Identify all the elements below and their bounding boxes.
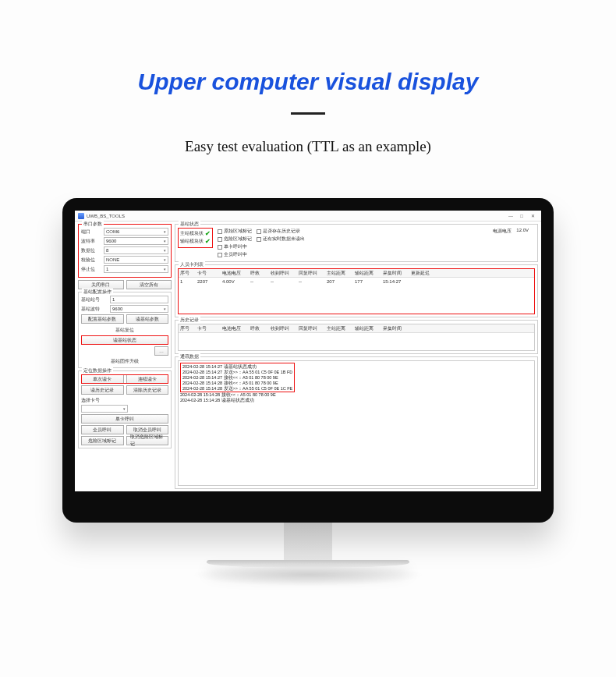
- firmware-group-label: 基站固件升级: [81, 358, 168, 365]
- log-line: 2024-02-28 15:14:28 接收<<：A5 01 80 78 00 …: [182, 381, 292, 386]
- station-id-input[interactable]: 1: [110, 296, 168, 303]
- select-card-label: 选择卡号: [81, 397, 168, 404]
- log-line: 2024-02-28 15:14:28 发送>>：AA 55 01 C5 0F …: [182, 386, 292, 392]
- parity-select[interactable]: NONE: [104, 256, 168, 264]
- status-checks-col2: 是否存在历史记录 还有实时数据未读出: [257, 228, 305, 243]
- station-status-group: 基站状态 主站模块状 ✔ 辅站模块状 ✔: [175, 224, 538, 262]
- log-line: 2024-02-28 15:14:27 发送>>：AA 55 01 C5 0F …: [182, 370, 292, 375]
- single-call-button[interactable]: 单卡呼叫: [81, 414, 168, 424]
- log-line: 2024-02-28 15:14:27 接收<<：A5 01 80 78 00 …: [182, 375, 292, 381]
- status-indicators: 主站模块状 ✔ 辅站模块状 ✔: [178, 228, 213, 248]
- serial-group-title: 串口参数: [82, 221, 104, 228]
- serial-params-group: 串口参数 端口 COM6 波特率 9600 数据位 8: [78, 224, 172, 278]
- read-station-status-button[interactable]: 读基站状态: [81, 335, 168, 345]
- checkbox-icon[interactable]: [218, 253, 222, 257]
- monitor-stand-neck: [284, 523, 332, 560]
- comm-log-area[interactable]: 2024-02-28 15:14:27 读基站状态成功 2024-02-28 1…: [178, 360, 535, 486]
- port-label: 端口: [81, 229, 101, 236]
- title-divider: [291, 112, 325, 115]
- check-icon: ✔: [205, 230, 211, 237]
- status-checks-col1: 原始区域标记 危险区域标记 单卡呼叫中 全员呼叫中: [218, 228, 252, 259]
- page-title: Upper computer visual display: [0, 69, 616, 95]
- clear-all-button[interactable]: 清空所有: [126, 280, 172, 289]
- databits-label: 数据位: [81, 247, 101, 254]
- locate-group-title: 定位数据操作: [82, 367, 113, 374]
- clear-history-button[interactable]: 清除历史记录: [126, 385, 169, 395]
- danger-mark-button[interactable]: 危险区域标记: [81, 436, 124, 445]
- check-icon: ✔: [205, 238, 211, 245]
- chk-danger-area: 危险区域标记: [224, 236, 252, 243]
- chk-all-call: 全员呼叫中: [224, 251, 247, 258]
- config-group-title: 基站配置操作: [82, 289, 113, 296]
- locate-ops-group: 定位数据操作 单次读卡 连续读卡 读历史记录 清除历史记录 选择卡号 单卡呼叫: [78, 370, 172, 448]
- card-list-title: 人员卡列表: [179, 261, 205, 268]
- station-baud-select[interactable]: 9600: [110, 305, 168, 313]
- left-panel: 串口参数 端口 COM6 波特率 9600 数据位 8: [75, 222, 175, 491]
- comm-log-group: 通讯数据 2024-02-28 15:14:27 读基站状态成功 2024-02…: [175, 356, 538, 489]
- station-status-title: 基站状态: [179, 221, 200, 228]
- chk-unread-realtime: 还有实时数据未读出: [263, 236, 305, 243]
- app-icon: [78, 213, 84, 219]
- history-list-title: 历史记录: [179, 317, 200, 324]
- history-body: [179, 333, 534, 350]
- history-table: 序号 卡号 电池电压 呼救 收到呼叫 回复呼叫 主站距离 辅站距离 采集时间: [178, 324, 535, 351]
- window-title: UWB_BS_TOOLS: [87, 214, 125, 218]
- single-read-button[interactable]: 单次读卡: [81, 374, 124, 384]
- chk-single-call: 单卡呼叫中: [224, 243, 247, 250]
- card-list-header: 序号 卡号 电池电压 呼救 收到呼叫 回复呼叫 主站距离 辅站距离 采集时间 更…: [179, 269, 534, 278]
- checkbox-icon[interactable]: [218, 237, 222, 242]
- page-subtitle: Easy test evaluation (TTL as an example): [0, 138, 616, 155]
- read-station-params-button[interactable]: 读基站参数: [126, 314, 169, 324]
- voltage-display: 电源电压 12.0V: [493, 228, 535, 235]
- continuous-read-button[interactable]: 连续读卡: [126, 374, 169, 384]
- chk-has-history: 是否存在历史记录: [263, 228, 300, 235]
- stopbits-label: 停止位: [81, 266, 101, 273]
- monitor-bezel: UWB_BS_TOOLS — □ ✕ 串口参数 端口 COM6: [62, 198, 554, 523]
- baud-label: 波特率: [81, 238, 101, 245]
- stopbits-select[interactable]: 1: [104, 265, 168, 273]
- more-button[interactable]: …: [154, 346, 168, 356]
- checkbox-icon[interactable]: [218, 245, 222, 250]
- app-window: UWB_BS_TOOLS — □ ✕ 串口参数 端口 COM6: [75, 211, 541, 491]
- comm-log-highlight: 2024-02-28 15:14:27 读基站状态成功 2024-02-28 1…: [180, 363, 295, 392]
- voltage-value: 12.0V: [516, 228, 529, 235]
- checkbox-icon[interactable]: [257, 229, 261, 234]
- card-list-body: 1 2207 4.00V -- -- -- 207 177 15:14:27: [179, 278, 534, 314]
- monitor-shadow: [191, 563, 425, 587]
- log-line: 2024-02-28 15:14:28 接收<<：A5 01 80 78 00 …: [180, 392, 533, 398]
- checkbox-icon[interactable]: [218, 229, 222, 234]
- window-minimize-button[interactable]: —: [505, 214, 516, 218]
- log-line: 2024-02-28 15:14:28 读基站状态成功: [180, 398, 533, 403]
- checkbox-icon[interactable]: [257, 237, 261, 242]
- log-line: 2024-02-28 15:14:27 读基站状态成功: [182, 364, 292, 370]
- history-list-group: 历史记录 序号 卡号 电池电压 呼救 收到呼叫 回复呼叫 主站距离 辅站距离: [175, 320, 538, 354]
- aux-status-label: 辅站模块状: [180, 238, 204, 245]
- table-row[interactable]: 1 2207 4.00V -- -- -- 207 177 15:14:27: [179, 278, 534, 285]
- baud-select[interactable]: 9600: [104, 237, 168, 245]
- select-card-dropdown[interactable]: [81, 405, 128, 413]
- comm-log-title: 通讯数据: [179, 353, 200, 360]
- station-baud-label: 基站波特: [81, 306, 108, 313]
- window-close-button[interactable]: ✕: [527, 213, 538, 218]
- monitor-mockup: UWB_BS_TOOLS — □ ✕ 串口参数 端口 COM6: [62, 198, 554, 587]
- reset-group-label: 基站复位: [81, 327, 168, 334]
- right-panel: 基站状态 主站模块状 ✔ 辅站模块状 ✔: [175, 222, 541, 491]
- chk-original-area: 原始区域标记: [224, 228, 252, 235]
- voltage-label: 电源电压: [493, 228, 512, 235]
- port-select[interactable]: COM6: [104, 228, 168, 236]
- history-header: 序号 卡号 电池电压 呼救 收到呼叫 回复呼叫 主站距离 辅站距离 采集时间: [179, 324, 534, 333]
- all-call-button[interactable]: 全员呼叫: [81, 425, 124, 434]
- station-id-label: 基站站号: [81, 296, 108, 303]
- window-titlebar: UWB_BS_TOOLS — □ ✕: [75, 211, 541, 222]
- cancel-danger-mark-button[interactable]: 取消危险区域标记: [126, 436, 169, 445]
- window-maximize-button[interactable]: □: [516, 214, 527, 218]
- set-station-params-button[interactable]: 配置基站参数: [81, 314, 124, 324]
- card-list-table: 序号 卡号 电池电压 呼救 收到呼叫 回复呼叫 主站距离 辅站距离 采集时间 更…: [178, 268, 535, 314]
- parity-label: 校验位: [81, 257, 101, 264]
- databits-select[interactable]: 8: [104, 246, 168, 254]
- main-status-label: 主站模块状: [180, 230, 204, 237]
- station-config-group: 基站配置操作 基站站号 1 基站波特 9600 配置基站参数 读基站参数: [78, 292, 172, 368]
- read-history-button[interactable]: 读历史记录: [81, 385, 124, 395]
- card-list-group: 人员卡列表 序号 卡号 电池电压 呼救 收到呼叫 回复呼叫 主站距离 辅站距离: [175, 264, 538, 317]
